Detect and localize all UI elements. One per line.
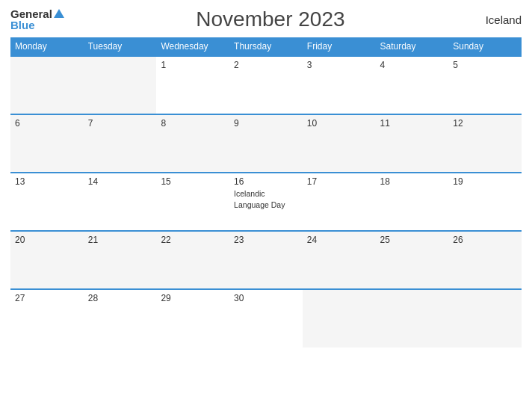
calendar-day-cell: 30	[229, 289, 303, 347]
day-number: 3	[307, 60, 371, 70]
col-friday: Friday	[303, 37, 376, 56]
calendar-day-cell: 16Icelandic Language Day	[229, 173, 303, 231]
day-number: 14	[88, 176, 152, 187]
calendar-day-cell: 29	[156, 289, 229, 347]
calendar-day-cell: 12	[448, 114, 522, 173]
day-number: 22	[161, 235, 225, 245]
page: General Blue November 2023 Iceland Monda…	[0, 0, 532, 411]
day-number: 5	[453, 60, 517, 70]
logo-blue-text: Blue	[10, 19, 35, 31]
day-number: 8	[161, 118, 225, 129]
calendar-day-cell: 13	[10, 173, 84, 231]
day-number: 4	[380, 60, 445, 70]
day-number: 26	[453, 235, 517, 245]
day-number: 20	[15, 235, 79, 245]
month-title: November 2023	[64, 7, 477, 31]
calendar-day-cell: 5	[448, 56, 522, 114]
day-number: 9	[234, 118, 298, 129]
day-number: 17	[307, 176, 371, 187]
calendar-day-cell: 18	[376, 173, 449, 231]
day-number: 2	[234, 60, 298, 70]
col-thursday: Thursday	[229, 37, 303, 56]
day-number: 15	[161, 176, 225, 187]
calendar-day-cell: 27	[10, 289, 84, 347]
calendar-day-cell: 9	[229, 114, 303, 173]
calendar-day-cell: 17	[303, 173, 376, 231]
col-tuesday: Tuesday	[84, 37, 157, 56]
col-sunday: Sunday	[448, 37, 522, 56]
calendar-day-cell: 11	[376, 114, 449, 173]
calendar-day-cell: 10	[303, 114, 376, 173]
calendar-day-cell: 6	[10, 114, 84, 173]
calendar-day-cell	[303, 289, 376, 347]
day-number: 11	[380, 118, 445, 129]
day-number: 19	[453, 176, 517, 187]
calendar-day-cell: 14	[84, 173, 157, 231]
day-number: 12	[453, 118, 517, 129]
calendar-week-row: 20212223242526	[10, 231, 522, 289]
calendar-day-cell: 8	[156, 114, 229, 173]
calendar-day-cell: 19	[448, 173, 522, 231]
calendar-day-cell: 7	[84, 114, 157, 173]
calendar-week-row: 12345	[10, 56, 522, 114]
calendar-day-cell: 28	[84, 289, 157, 347]
day-number: 24	[307, 235, 371, 245]
day-number: 7	[88, 118, 152, 129]
day-number: 21	[88, 235, 152, 245]
calendar-day-cell: 20	[10, 231, 84, 289]
calendar-body: 12345678910111213141516Icelandic Languag…	[10, 56, 522, 347]
calendar-day-cell: 23	[229, 231, 303, 289]
calendar-day-cell: 15	[156, 173, 229, 231]
day-number: 10	[307, 118, 371, 129]
day-number: 30	[234, 293, 298, 303]
calendar-table: Monday Tuesday Wednesday Thursday Friday…	[10, 37, 522, 347]
calendar-header: General Blue November 2023 Iceland	[10, 7, 522, 31]
calendar-header-row: Monday Tuesday Wednesday Thursday Friday…	[10, 37, 522, 56]
day-number: 13	[15, 176, 79, 187]
day-number: 28	[88, 293, 152, 303]
calendar-day-cell: 26	[448, 231, 522, 289]
logo-triangle-icon	[54, 9, 64, 18]
calendar-day-cell: 25	[376, 231, 449, 289]
calendar-day-cell: 1	[156, 56, 229, 114]
col-saturday: Saturday	[376, 37, 449, 56]
calendar-day-cell	[376, 289, 449, 347]
calendar-day-cell	[448, 289, 522, 347]
day-number: 27	[15, 293, 79, 303]
calendar-day-cell: 24	[303, 231, 376, 289]
day-number: 18	[380, 176, 445, 187]
day-number: 1	[161, 60, 225, 70]
day-number: 6	[15, 118, 79, 129]
calendar-week-row: 6789101112	[10, 114, 522, 173]
calendar-day-cell: 3	[303, 56, 376, 114]
logo: General Blue	[10, 8, 64, 31]
calendar-week-row: 13141516Icelandic Language Day171819	[10, 173, 522, 231]
calendar-day-cell	[10, 56, 84, 114]
event-label: Icelandic Language Day	[234, 189, 285, 209]
day-number: 25	[380, 235, 445, 245]
country-name: Iceland	[477, 13, 522, 26]
calendar-week-row: 27282930	[10, 289, 522, 347]
calendar-day-cell: 4	[376, 56, 449, 114]
day-number: 29	[161, 293, 225, 303]
calendar-day-cell: 2	[229, 56, 303, 114]
col-monday: Monday	[10, 37, 84, 56]
col-wednesday: Wednesday	[156, 37, 229, 56]
calendar-day-cell	[84, 56, 157, 114]
day-number: 16	[234, 176, 298, 187]
calendar-day-cell: 22	[156, 231, 229, 289]
calendar-day-cell: 21	[84, 231, 157, 289]
day-number: 23	[234, 235, 298, 245]
logo-general-text: General	[10, 8, 52, 19]
